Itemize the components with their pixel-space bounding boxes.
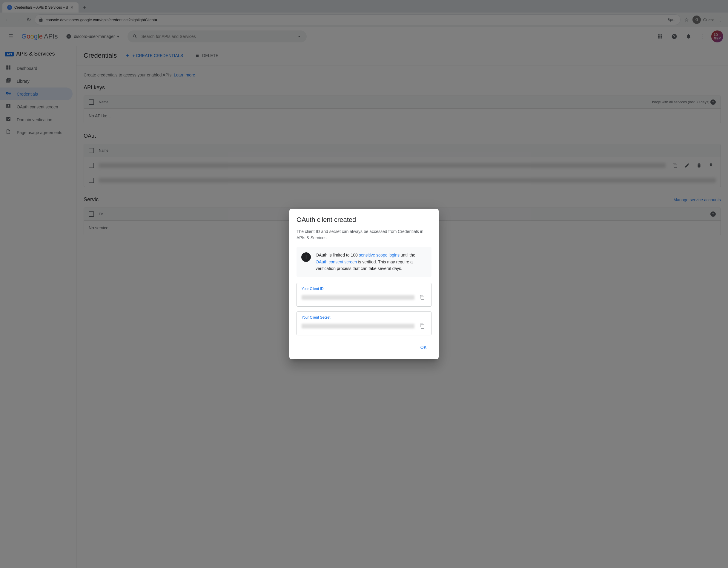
info-box: i OAuth is limited to 100 sensitive scop… bbox=[297, 247, 431, 277]
dialog-subtitle: The client ID and secret can always be a… bbox=[297, 228, 431, 241]
client-id-label: Your Client ID bbox=[302, 287, 428, 291]
info-circle-icon: i bbox=[301, 252, 311, 262]
client-id-field: Your Client ID bbox=[297, 283, 431, 307]
info-box-text: OAuth is limited to 100 sensitive scope … bbox=[316, 252, 427, 272]
ok-btn[interactable]: OK bbox=[416, 343, 431, 352]
client-secret-label: Your Client Secret bbox=[302, 315, 428, 320]
copy-client-secret-btn[interactable] bbox=[417, 321, 428, 331]
client-secret-field: Your Client Secret bbox=[297, 311, 431, 335]
client-secret-value bbox=[302, 324, 414, 328]
client-secret-value-row bbox=[302, 321, 428, 331]
copy-client-id-btn[interactable] bbox=[417, 292, 428, 303]
client-id-value-row bbox=[302, 292, 428, 303]
modal-overlay: OAuth client created The client ID and s… bbox=[0, 0, 728, 568]
oauth-consent-link[interactable]: OAuth consent screen bbox=[316, 260, 357, 264]
dialog-title: OAuth client created bbox=[297, 216, 431, 224]
oauth-created-dialog: OAuth client created The client ID and s… bbox=[289, 209, 439, 359]
sensitive-scope-link[interactable]: sensitive scope logins bbox=[359, 253, 400, 257]
client-id-value bbox=[302, 295, 414, 300]
dialog-actions: OK bbox=[297, 340, 431, 352]
